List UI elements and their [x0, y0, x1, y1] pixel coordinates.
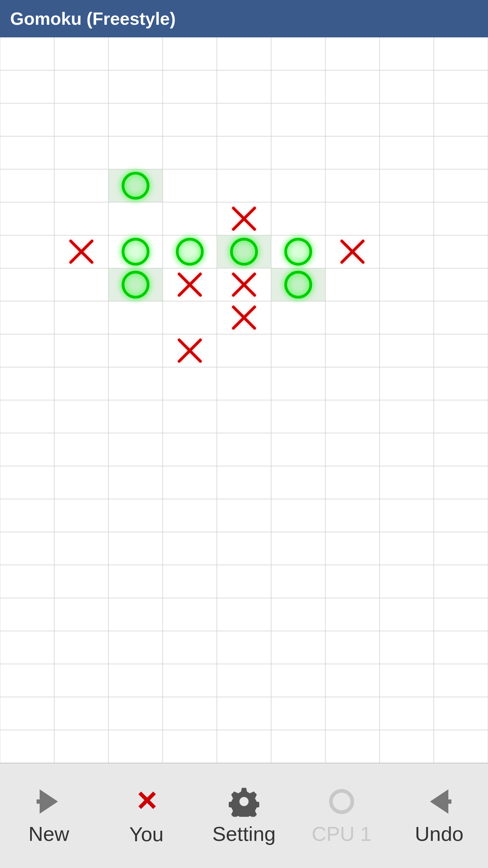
- svg-point-2: [331, 791, 352, 812]
- setting-label: Setting: [212, 822, 276, 846]
- cpu1-button[interactable]: CPU 1: [293, 764, 390, 868]
- cpu1-icon: [326, 786, 357, 817]
- new-icon: [34, 786, 64, 817]
- undo-label: Undo: [415, 822, 463, 846]
- svg-rect-1: [37, 799, 52, 804]
- title-bar: Gomoku (Freestyle): [0, 0, 488, 37]
- app-title: Gomoku (Freestyle): [10, 8, 176, 29]
- game-board-container[interactable]: [0, 37, 488, 763]
- new-label: New: [28, 822, 69, 846]
- you-label: You: [129, 823, 163, 846]
- game-board[interactable]: [0, 37, 488, 763]
- svg-rect-4: [436, 799, 451, 804]
- setting-button[interactable]: Setting: [195, 764, 293, 868]
- cpu1-label: CPU 1: [312, 822, 372, 846]
- new-button[interactable]: New: [0, 764, 98, 868]
- bottom-bar: New ✕ You Setting CPU 1 Undo: [0, 763, 488, 868]
- you-button[interactable]: ✕ You: [98, 764, 195, 868]
- undo-button[interactable]: Undo: [390, 764, 488, 868]
- you-icon: ✕: [135, 786, 158, 817]
- undo-icon: [424, 786, 454, 817]
